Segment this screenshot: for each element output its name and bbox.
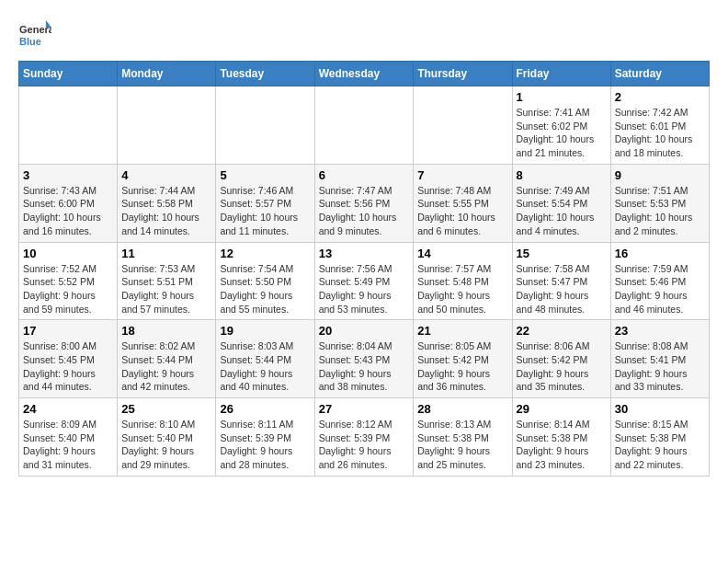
day-info: Sunrise: 7:56 AM Sunset: 5:49 PM Dayligh… — [319, 262, 410, 316]
day-number: 6 — [319, 168, 410, 182]
weekday-header-tuesday: Tuesday — [216, 62, 314, 86]
weekday-header-saturday: Saturday — [610, 62, 709, 86]
calendar-cell: 30Sunrise: 8:15 AM Sunset: 5:38 PM Dayli… — [610, 398, 709, 477]
day-info: Sunrise: 8:05 AM Sunset: 5:42 PM Dayligh… — [417, 339, 507, 394]
day-number: 21 — [417, 324, 507, 338]
day-number: 17 — [23, 324, 113, 338]
calendar-cell: 7Sunrise: 7:48 AM Sunset: 5:55 PM Daylig… — [414, 164, 512, 242]
calendar-cell: 23Sunrise: 8:08 AM Sunset: 5:41 PM Dayli… — [610, 320, 709, 398]
day-info: Sunrise: 8:02 AM Sunset: 5:44 PM Dayligh… — [121, 339, 211, 394]
day-number: 23 — [615, 324, 705, 338]
calendar-cell — [216, 86, 314, 165]
day-info: Sunrise: 8:11 AM Sunset: 5:39 PM Dayligh… — [220, 418, 310, 472]
day-info: Sunrise: 7:43 AM Sunset: 6:00 PM Dayligh… — [23, 184, 113, 238]
day-number: 19 — [220, 324, 310, 338]
calendar-cell: 28Sunrise: 8:13 AM Sunset: 5:38 PM Dayli… — [414, 398, 512, 477]
day-info: Sunrise: 7:41 AM Sunset: 6:02 PM Dayligh… — [517, 106, 607, 160]
day-number: 20 — [319, 324, 410, 338]
day-number: 12 — [220, 247, 310, 260]
day-number: 1 — [517, 90, 607, 104]
day-info: Sunrise: 8:03 AM Sunset: 5:44 PM Dayligh… — [220, 339, 310, 394]
calendar-cell: 10Sunrise: 7:52 AM Sunset: 5:52 PM Dayli… — [19, 242, 118, 320]
day-number: 18 — [121, 324, 211, 338]
day-number: 27 — [319, 402, 410, 416]
calendar-week-2: 3Sunrise: 7:43 AM Sunset: 6:00 PM Daylig… — [19, 164, 710, 242]
calendar-cell: 27Sunrise: 8:12 AM Sunset: 5:39 PM Dayli… — [314, 398, 414, 477]
logo: General Blue — [18, 18, 51, 52]
calendar-cell: 3Sunrise: 7:43 AM Sunset: 6:00 PM Daylig… — [19, 164, 118, 242]
day-info: Sunrise: 8:04 AM Sunset: 5:43 PM Dayligh… — [319, 339, 410, 394]
calendar-cell: 11Sunrise: 7:53 AM Sunset: 5:51 PM Dayli… — [118, 242, 216, 320]
weekday-header-wednesday: Wednesday — [314, 62, 414, 86]
day-info: Sunrise: 7:57 AM Sunset: 5:48 PM Dayligh… — [417, 262, 507, 316]
day-number: 13 — [319, 247, 410, 260]
calendar-cell — [19, 86, 118, 165]
day-info: Sunrise: 7:51 AM Sunset: 5:53 PM Dayligh… — [615, 184, 705, 238]
weekday-header-row: SundayMondayTuesdayWednesdayThursdayFrid… — [19, 62, 710, 86]
calendar-cell: 15Sunrise: 7:58 AM Sunset: 5:47 PM Dayli… — [512, 242, 610, 320]
day-info: Sunrise: 7:44 AM Sunset: 5:58 PM Dayligh… — [121, 184, 211, 238]
day-number: 10 — [23, 247, 113, 260]
calendar-cell: 24Sunrise: 8:09 AM Sunset: 5:40 PM Dayli… — [19, 398, 118, 477]
logo-icon: General Blue — [18, 18, 51, 52]
day-number: 3 — [23, 168, 113, 182]
day-info: Sunrise: 7:49 AM Sunset: 5:54 PM Dayligh… — [517, 184, 607, 238]
weekday-header-friday: Friday — [512, 62, 610, 86]
calendar-cell: 5Sunrise: 7:46 AM Sunset: 5:57 PM Daylig… — [216, 164, 314, 242]
day-number: 5 — [220, 168, 310, 182]
day-number: 25 — [121, 402, 211, 416]
calendar-week-5: 24Sunrise: 8:09 AM Sunset: 5:40 PM Dayli… — [19, 398, 710, 477]
calendar-cell: 9Sunrise: 7:51 AM Sunset: 5:53 PM Daylig… — [610, 164, 709, 242]
day-number: 2 — [615, 90, 705, 104]
day-info: Sunrise: 7:54 AM Sunset: 5:50 PM Dayligh… — [220, 262, 310, 316]
day-number: 4 — [121, 168, 211, 182]
day-info: Sunrise: 7:46 AM Sunset: 5:57 PM Dayligh… — [220, 184, 310, 238]
day-number: 15 — [517, 247, 607, 260]
day-number: 8 — [517, 168, 607, 182]
weekday-header-thursday: Thursday — [414, 62, 512, 86]
calendar-cell: 8Sunrise: 7:49 AM Sunset: 5:54 PM Daylig… — [512, 164, 610, 242]
calendar-cell — [314, 86, 414, 165]
day-info: Sunrise: 7:47 AM Sunset: 5:56 PM Dayligh… — [319, 184, 410, 238]
calendar-cell: 21Sunrise: 8:05 AM Sunset: 5:42 PM Dayli… — [414, 320, 512, 398]
day-number: 9 — [615, 168, 705, 182]
calendar-cell — [414, 86, 512, 165]
day-number: 11 — [121, 247, 211, 260]
calendar-cell: 17Sunrise: 8:00 AM Sunset: 5:45 PM Dayli… — [19, 320, 118, 398]
day-info: Sunrise: 8:12 AM Sunset: 5:39 PM Dayligh… — [319, 418, 410, 472]
day-info: Sunrise: 8:15 AM Sunset: 5:38 PM Dayligh… — [615, 418, 705, 472]
calendar-cell: 19Sunrise: 8:03 AM Sunset: 5:44 PM Dayli… — [216, 320, 314, 398]
calendar-cell: 4Sunrise: 7:44 AM Sunset: 5:58 PM Daylig… — [118, 164, 216, 242]
svg-text:Blue: Blue — [19, 36, 41, 47]
calendar-cell: 26Sunrise: 8:11 AM Sunset: 5:39 PM Dayli… — [216, 398, 314, 477]
calendar-cell: 12Sunrise: 7:54 AM Sunset: 5:50 PM Dayli… — [216, 242, 314, 320]
calendar-cell: 16Sunrise: 7:59 AM Sunset: 5:46 PM Dayli… — [610, 242, 709, 320]
calendar-cell: 29Sunrise: 8:14 AM Sunset: 5:38 PM Dayli… — [512, 398, 610, 477]
day-info: Sunrise: 8:00 AM Sunset: 5:45 PM Dayligh… — [23, 339, 113, 394]
calendar-cell: 18Sunrise: 8:02 AM Sunset: 5:44 PM Dayli… — [118, 320, 216, 398]
calendar-week-1: 1Sunrise: 7:41 AM Sunset: 6:02 PM Daylig… — [19, 86, 710, 165]
day-info: Sunrise: 8:09 AM Sunset: 5:40 PM Dayligh… — [23, 418, 113, 472]
day-info: Sunrise: 7:48 AM Sunset: 5:55 PM Dayligh… — [417, 184, 507, 238]
calendar-cell: 1Sunrise: 7:41 AM Sunset: 6:02 PM Daylig… — [512, 86, 610, 165]
day-info: Sunrise: 8:06 AM Sunset: 5:42 PM Dayligh… — [517, 339, 607, 394]
calendar-cell: 13Sunrise: 7:56 AM Sunset: 5:49 PM Dayli… — [314, 242, 414, 320]
page-header: General Blue — [18, 18, 710, 52]
weekday-header-monday: Monday — [118, 62, 216, 86]
day-number: 16 — [615, 247, 705, 260]
day-info: Sunrise: 7:52 AM Sunset: 5:52 PM Dayligh… — [23, 262, 113, 316]
calendar-week-4: 17Sunrise: 8:00 AM Sunset: 5:45 PM Dayli… — [19, 320, 710, 398]
day-info: Sunrise: 8:13 AM Sunset: 5:38 PM Dayligh… — [417, 418, 507, 472]
day-info: Sunrise: 7:42 AM Sunset: 6:01 PM Dayligh… — [615, 106, 705, 160]
calendar-cell: 20Sunrise: 8:04 AM Sunset: 5:43 PM Dayli… — [314, 320, 414, 398]
calendar-cell: 14Sunrise: 7:57 AM Sunset: 5:48 PM Dayli… — [414, 242, 512, 320]
day-number: 26 — [220, 402, 310, 416]
calendar-week-3: 10Sunrise: 7:52 AM Sunset: 5:52 PM Dayli… — [19, 242, 710, 320]
day-number: 28 — [417, 402, 507, 416]
day-info: Sunrise: 7:59 AM Sunset: 5:46 PM Dayligh… — [615, 262, 705, 316]
day-info: Sunrise: 8:14 AM Sunset: 5:38 PM Dayligh… — [517, 418, 607, 472]
day-number: 30 — [615, 402, 705, 416]
day-info: Sunrise: 7:58 AM Sunset: 5:47 PM Dayligh… — [517, 262, 607, 316]
day-info: Sunrise: 8:08 AM Sunset: 5:41 PM Dayligh… — [615, 339, 705, 394]
day-info: Sunrise: 8:10 AM Sunset: 5:40 PM Dayligh… — [121, 418, 211, 472]
